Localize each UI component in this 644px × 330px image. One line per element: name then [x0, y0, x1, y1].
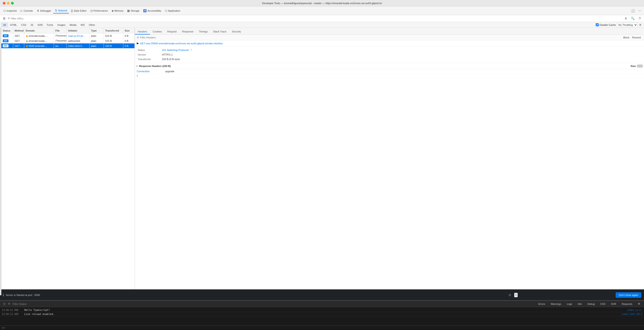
transferred-row: Transferred 220 B (0 B size) — [138, 57, 641, 61]
pause-recording-button[interactable]: ⏸ — [624, 16, 628, 20]
tab-headers[interactable]: Headers — [135, 29, 150, 34]
raw-toggle-switch[interactable] — [637, 64, 643, 68]
tab-debugger[interactable]: ⏸ Debugger — [35, 8, 53, 13]
status-value: 101 Switching Protocols ? — [162, 49, 192, 51]
row-transferred: 515 B — [104, 38, 123, 43]
throttle-select[interactable]: No Throttling — [616, 23, 638, 27]
more-tools-button[interactable]: ⋯ — [637, 8, 642, 13]
type-filter-html[interactable]: HTML — [8, 23, 19, 27]
more-filter-button[interactable]: ✕ — [638, 23, 643, 27]
tab-network[interactable]: ⇅ Network — [53, 8, 69, 13]
tab-cookies[interactable]: Cookies — [150, 29, 165, 34]
console-icon: ▷ — [20, 9, 23, 12]
help-icon[interactable]: ? — [190, 49, 192, 51]
raw-label: Raw — [630, 65, 636, 67]
filter-headers-icon: ⚙ — [137, 36, 139, 39]
tab-storage[interactable]: ▦ Storage — [126, 8, 141, 13]
clear-requests-button[interactable]: 🗑 — [2, 16, 7, 20]
network-label: Network — [58, 9, 67, 12]
type-filter-other[interactable]: Other — [87, 23, 97, 27]
header-size[interactable]: Size — [123, 28, 135, 33]
block-button[interactable]: Block — [622, 36, 631, 39]
response-headers-section: ▼ Response Headers (220 B) Raw Connectio… — [135, 63, 644, 78]
header-domain[interactable]: Domain — [24, 28, 54, 33]
notification-gear-button[interactable]: ⚙ — [508, 293, 512, 297]
tab-stack-trace[interactable]: Stack Trace — [210, 29, 229, 34]
close-button[interactable] — [3, 2, 6, 4]
window-title: Developer Tools — kevinadhiguna/typescri… — [262, 2, 382, 4]
info-icon: ℹ — [137, 74, 138, 77]
tab-timings[interactable]: Timings — [196, 29, 210, 34]
tab-console[interactable]: ▷ Console — [19, 8, 34, 13]
tab-response[interactable]: Response — [179, 29, 196, 34]
row-method: GET — [13, 33, 24, 38]
storage-label: Storage — [130, 9, 140, 12]
raw-toggle[interactable]: Raw — [630, 64, 643, 68]
header-file[interactable]: File — [54, 28, 67, 33]
resend-button[interactable]: Resend — [631, 36, 642, 39]
type-filter-xhr[interactable]: XHR — [36, 23, 44, 27]
notification-text: Server is Started at port : 5500 — [6, 294, 506, 297]
tab-accessibility[interactable]: ♿ Accessibility — [142, 8, 163, 13]
header-method[interactable]: Method — [13, 28, 24, 33]
type-filter-fonts[interactable]: Fonts — [45, 23, 55, 27]
tab-application[interactable]: ⬡ Application — [163, 8, 182, 13]
header-key-connection[interactable]: Connection: — [137, 70, 164, 73]
response-header-row-2: ℹ — [135, 74, 644, 78]
dont-show-button[interactable]: Don't show again — [616, 292, 641, 298]
lock-icon: 🔒 — [26, 40, 28, 42]
dont-show-bar: Don't show again — [520, 289, 644, 300]
tab-style-editor[interactable]: {} Style Editor — [69, 8, 88, 13]
tab-request[interactable]: Request — [164, 29, 179, 34]
url-filter-input[interactable] — [11, 17, 622, 20]
status-label: Status — [138, 49, 158, 51]
type-filter-bar: All HTML CSS JS XHR Fonts Images Media W… — [0, 22, 644, 28]
responsive-design-button[interactable]: ⬜ — [630, 8, 636, 13]
row-method: GET — [13, 43, 24, 48]
table-row[interactable]: 101 GET 🔒emerald-koala-... /?reconnectio… — [1, 33, 135, 38]
titlebar: Developer Tools — kevinadhiguna/typescri… — [0, 0, 644, 6]
table-row[interactable]: 101 GET 🔒5500-emerald-... ws index.html:… — [1, 43, 135, 48]
filter-headers-bar: ⚙ Block Resend — [135, 35, 644, 40]
type-filter-css[interactable]: CSS — [19, 23, 28, 27]
memory-icon: ◈ — [112, 9, 114, 12]
disable-cache-label[interactable]: Disable Cache — [596, 23, 616, 26]
devtools-toolbar: ⬡ Inspector ▷ Console ⏸ Debugger ⇅ Netwo… — [0, 6, 644, 15]
filter-icon: ⚙ — [8, 17, 10, 20]
row-initiator: index.html:3... — [67, 43, 90, 48]
type-filter-ws[interactable]: WS — [79, 23, 86, 27]
tab-memory[interactable]: ◈ Memory — [110, 8, 125, 13]
network-icon: ⇅ — [55, 9, 57, 12]
type-filter-all[interactable]: All — [1, 23, 8, 27]
row-size: 0 B — [123, 33, 135, 38]
transferred-label: Transferred — [138, 58, 158, 60]
maximize-button[interactable] — [11, 2, 14, 4]
response-headers-toggle[interactable]: ▼ Response Headers (220 B) Raw — [135, 63, 644, 69]
table-row[interactable]: 101 GET 🔒emerald-koala-... /?reconnectio… — [1, 38, 135, 43]
header-type[interactable]: Type — [90, 28, 104, 33]
request-method: ▶ — [137, 42, 138, 45]
search-button[interactable]: 🔍 — [630, 16, 636, 20]
status-code-link[interactable]: 101 Switching Protocols — [162, 49, 189, 51]
tab-inspector[interactable]: ⬡ Inspector — [2, 8, 18, 13]
tab-security[interactable]: Security — [229, 29, 244, 34]
row-size: 0 B — [123, 38, 135, 43]
header-initiator[interactable]: Initiator — [67, 28, 90, 33]
tab-performance[interactable]: ◷ Performance — [89, 8, 110, 13]
window-controls[interactable] — [3, 2, 14, 4]
disable-cache-checkbox[interactable] — [596, 23, 599, 26]
network-table-header: Status Method Domain File Initiator Type… — [1, 28, 135, 33]
header-transferred[interactable]: Transferred — [104, 28, 123, 33]
row-domain: 🔒5500-emerald-... — [24, 43, 54, 48]
row-size: 0 B — [123, 43, 135, 48]
notification-close-button[interactable]: ✕ — [514, 293, 518, 297]
type-filter-js[interactable]: JS — [28, 23, 35, 27]
header-val-connection: upgrade — [165, 70, 174, 73]
filter-headers-input[interactable] — [140, 36, 622, 39]
type-filter-media[interactable]: Media — [68, 23, 78, 27]
header-status[interactable]: Status — [1, 28, 13, 33]
row-file: /?reconnectionToken=88281edb-2ae8-4a10-9… — [54, 33, 67, 38]
minimize-button[interactable] — [7, 2, 10, 4]
type-filter-images[interactable]: Images — [55, 23, 67, 27]
clear-cache-button[interactable]: ⏱ — [637, 16, 642, 20]
